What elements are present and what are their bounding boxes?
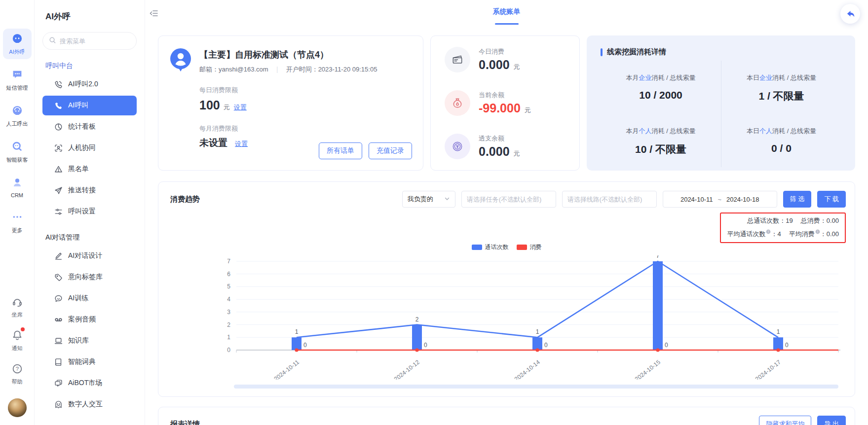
- download-button[interactable]: 下 载: [817, 191, 846, 208]
- sidebar-item-label: 意向标签库: [68, 273, 103, 282]
- line-select[interactable]: [562, 191, 657, 208]
- human-machine-icon: [54, 144, 63, 152]
- report-detail-card: 报表详情 隐藏求和平均 导 出: [158, 407, 855, 425]
- chart-scrollbar[interactable]: [234, 385, 838, 389]
- sidebar-item-label: 黑名单: [68, 165, 89, 174]
- legend-item-消费[interactable]: 消费: [517, 243, 542, 251]
- task-select-input[interactable]: [467, 196, 551, 203]
- svg-text:2024-10-11: 2024-10-11: [273, 358, 301, 380]
- sidebar-item-push-transfer[interactable]: 推送转接: [42, 180, 137, 200]
- menu-search[interactable]: [42, 32, 137, 50]
- sidebar-item-call-settings[interactable]: 呼叫设置: [42, 202, 137, 221]
- sidebar-item-case-audio[interactable]: 案例音频: [42, 310, 137, 329]
- rail-item-sms[interactable]: 短信管理: [3, 65, 32, 95]
- sidebar-item-blacklist[interactable]: 黑名单: [42, 159, 137, 179]
- svg-text:1: 1: [227, 334, 230, 341]
- user-avatar[interactable]: [8, 398, 27, 417]
- leads-value: 10 / 2000: [601, 89, 721, 101]
- sidebar: AI外呼 呼叫中台 AI呼叫2.0 AI呼叫 统计看板 人机协同 黑名单: [35, 0, 145, 425]
- sidebar-item-ai-call[interactable]: AI呼叫: [42, 96, 137, 115]
- rail-item-lead-gen[interactable]: 智能获客: [3, 137, 32, 167]
- svg-text:2024-10-15: 2024-10-15: [634, 358, 662, 380]
- bell-icon: [11, 329, 23, 343]
- account-title: 【主要】自用标准测试（节点4）: [199, 49, 377, 61]
- daily-limit-label: 每日消费限额: [199, 86, 412, 95]
- filter-button[interactable]: 筛 选: [783, 191, 812, 208]
- send-icon: [54, 186, 63, 195]
- svg-text:5: 5: [227, 283, 230, 290]
- legend-swatch: [472, 245, 482, 250]
- sidebar-item-label: AI训练: [68, 294, 88, 303]
- rail-item-agent[interactable]: 坐席: [3, 293, 32, 321]
- sidebar-item-human-machine[interactable]: 人机协同: [42, 138, 137, 158]
- search-icon: [49, 36, 56, 45]
- rail-item-crm[interactable]: CRM: [3, 173, 32, 202]
- content: 【主要】自用标准测试（节点4） 邮箱：yanshi@163.com ｜ 开户时间…: [145, 25, 868, 425]
- line-select-input[interactable]: [567, 196, 651, 203]
- all-bills-button[interactable]: 所有话单: [319, 142, 362, 159]
- chart-legend: 通话次数消费: [167, 243, 846, 251]
- sidebar-item-intent-tags[interactable]: 意向标签库: [42, 267, 137, 287]
- legend-item-通话次数[interactable]: 通话次数: [472, 243, 509, 251]
- legend-label: 消费: [530, 243, 542, 251]
- leads-cell-day-enterprise: 本日企业消耗 / 总线索量 1 / 不限量: [721, 61, 841, 114]
- svg-text:0: 0: [665, 342, 668, 349]
- leads-value: 0 / 0: [721, 142, 841, 154]
- pencil-icon: [54, 252, 63, 260]
- rail-item-ai-outbound[interactable]: AI外呼: [3, 29, 32, 59]
- search-input[interactable]: [60, 37, 130, 45]
- monthly-limit-label: 每月消费限额: [199, 124, 412, 133]
- rail-item-label: AI外呼: [9, 48, 25, 56]
- export-button[interactable]: 导 出: [817, 416, 846, 425]
- task-select[interactable]: [461, 191, 556, 208]
- owner-select-value: 我负责的: [408, 195, 433, 204]
- sidebar-item-ai-call-2[interactable]: AI呼叫2.0: [42, 74, 137, 94]
- sidebar-item-label: 智能词典: [68, 357, 96, 366]
- hide-sum-avg-button[interactable]: 隐藏求和平均: [759, 416, 811, 425]
- balance-card: 今日消费 0.000元 当前余额 -99.000元: [430, 35, 580, 171]
- rail-item-help[interactable]: ? 帮助: [3, 360, 32, 389]
- tab-system-bill[interactable]: 系统账单: [493, 7, 521, 25]
- sidebar-item-dialog-design[interactable]: AI对话设计: [42, 246, 137, 266]
- svg-text:0: 0: [544, 342, 548, 349]
- sidebar-item-ai-training[interactable]: AI训练: [42, 288, 137, 308]
- dictionary-icon: [54, 358, 63, 366]
- consumption-trend-chart: 0123456710201070102024-10-112024-10-1220…: [167, 255, 847, 380]
- leads-value: 1 / 不限量: [721, 89, 841, 103]
- account-subtitle: 邮箱：yanshi@163.com ｜ 开户时间：2023-11-20 09:1…: [199, 65, 377, 74]
- sidebar-item-label: 呼叫设置: [68, 207, 96, 216]
- sidebar-item-stats-board[interactable]: 统计看板: [42, 117, 137, 137]
- sidebar-item-label: AiBOT市场: [68, 379, 102, 388]
- rail-item-more[interactable]: 更多: [3, 207, 32, 238]
- sidebar-collapse-button[interactable]: [149, 8, 159, 18]
- sidebar-item-digital-human[interactable]: 数字人交互: [42, 394, 137, 414]
- report-title: 报表详情: [170, 420, 200, 425]
- owner-select[interactable]: 我负责的: [402, 191, 455, 208]
- svg-text:6: 6: [227, 270, 230, 277]
- monthly-limit-set-link[interactable]: 设置: [235, 140, 248, 148]
- leads-value: 10 / 不限量: [601, 142, 721, 156]
- date-start: 2024-10-11: [680, 196, 713, 203]
- sidebar-item-label: AI呼叫2.0: [68, 80, 98, 89]
- leads-cell-month-personal: 本月个人消耗 / 总线索量 10 / 不限量: [601, 114, 721, 167]
- svg-text:?: ?: [15, 366, 18, 372]
- sidebar-item-smart-dictionary[interactable]: 智能词典: [42, 352, 137, 372]
- sidebar-item-label: 知识库: [68, 336, 89, 345]
- rail-item-label: CRM: [11, 192, 23, 198]
- sidebar-item-aibot-market[interactable]: AiBOT市场: [42, 373, 137, 393]
- date-range-picker[interactable]: 2024-10-11 ~ 2024-10-18: [663, 191, 777, 208]
- sidebar-item-knowledge-base[interactable]: 知识库: [42, 331, 137, 351]
- svg-text:7: 7: [227, 258, 230, 265]
- rail-item-manual-call[interactable]: 人工呼出: [3, 101, 32, 131]
- rail-item-label: 短信管理: [6, 84, 28, 92]
- market-icon: [54, 379, 63, 388]
- recharge-history-button[interactable]: 充值记录: [369, 142, 412, 159]
- daily-limit-value: 100: [199, 98, 220, 112]
- daily-limit-set-link[interactable]: 设置: [234, 103, 247, 112]
- chat-training-icon: [54, 294, 63, 303]
- svg-text:0: 0: [785, 342, 789, 349]
- monthly-limit-value: 未设置: [199, 137, 227, 149]
- rail-item-label: 人工呼出: [6, 120, 28, 128]
- rail-item-notifications[interactable]: 通知: [3, 326, 32, 355]
- back-button[interactable]: [840, 4, 860, 24]
